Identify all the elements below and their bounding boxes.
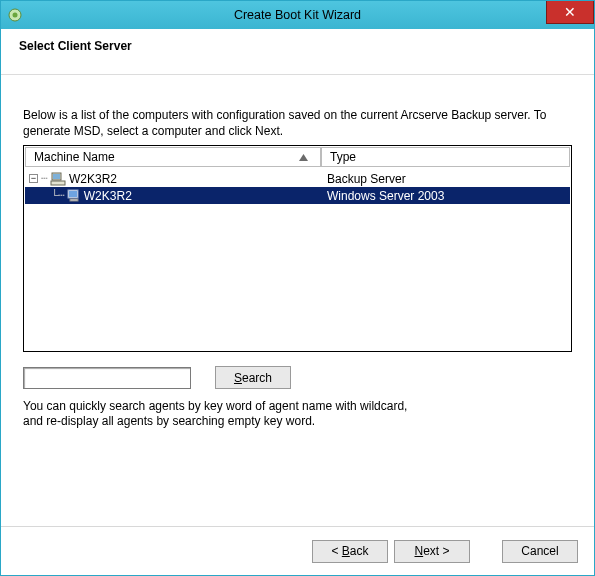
close-icon: ✕ <box>564 5 576 19</box>
header-zone: Select Client Server <box>1 29 594 75</box>
column-header-row: Machine Name Type <box>25 147 570 167</box>
btn-mnemonic: B <box>342 544 350 558</box>
svg-rect-7 <box>69 191 77 197</box>
tree-node-name: W2K3R2 <box>69 172 117 186</box>
tree-connector-icon: └┄ <box>51 189 64 202</box>
back-button[interactable]: < Back <box>312 540 388 563</box>
content-area: Below is a list of the computers with co… <box>1 75 594 526</box>
btn-text: ext > <box>423 544 449 558</box>
btn-mnemonic: N <box>414 544 423 558</box>
tree-connector-icon: ┄ <box>41 172 47 185</box>
intro-text: Below is a list of the computers with co… <box>23 107 572 139</box>
tree-node-type: Backup Server <box>321 172 570 186</box>
tree-row-root[interactable]: − ┄ W2K3R2 Backup Server <box>25 170 570 187</box>
svg-rect-4 <box>53 174 60 179</box>
server-icon <box>50 172 66 186</box>
app-icon <box>7 7 23 23</box>
tree-body[interactable]: − ┄ W2K3R2 Backup Server <box>25 167 570 350</box>
svg-rect-8 <box>70 199 78 201</box>
column-header-type[interactable]: Type <box>321 147 570 167</box>
hint-line: and re-display all agents by searching e… <box>23 414 572 429</box>
hint-line: You can quickly search agents by key wor… <box>23 399 572 414</box>
wizard-window: Create Boot Kit Wizard ✕ Select Client S… <box>0 0 595 576</box>
page-heading: Select Client Server <box>19 39 582 53</box>
titlebar[interactable]: Create Boot Kit Wizard ✕ <box>1 1 594 29</box>
column-label: Machine Name <box>34 150 115 164</box>
close-button[interactable]: ✕ <box>546 1 594 24</box>
column-label: Type <box>330 150 356 164</box>
btn-mnemonic: S <box>234 371 242 385</box>
btn-text: earch <box>242 371 272 385</box>
sort-ascending-icon <box>299 150 308 164</box>
search-row: Search <box>23 366 572 389</box>
btn-text: < <box>331 544 341 558</box>
btn-text: ack <box>350 544 369 558</box>
tree-node-type: Windows Server 2003 <box>321 189 570 203</box>
svg-marker-2 <box>299 154 308 161</box>
column-header-machine-name[interactable]: Machine Name <box>25 147 321 167</box>
svg-rect-5 <box>51 181 65 185</box>
tree-row-child-selected[interactable]: └┄ W2K3R2 Windows Server 2003 <box>25 187 570 204</box>
expand-collapse-icon[interactable]: − <box>29 174 38 183</box>
svg-point-1 <box>13 13 18 18</box>
window-title: Create Boot Kit Wizard <box>1 8 594 22</box>
cancel-button[interactable]: Cancel <box>502 540 578 563</box>
wizard-footer: < Back Next > Cancel <box>1 526 594 575</box>
search-input[interactable] <box>23 367 191 389</box>
machine-list-panel: Machine Name Type − ┄ <box>23 145 572 352</box>
computer-icon <box>66 189 82 203</box>
tree-node-name: W2K3R2 <box>84 189 132 203</box>
search-button[interactable]: Search <box>215 366 291 389</box>
search-hint: You can quickly search agents by key wor… <box>23 399 572 429</box>
next-button[interactable]: Next > <box>394 540 470 563</box>
